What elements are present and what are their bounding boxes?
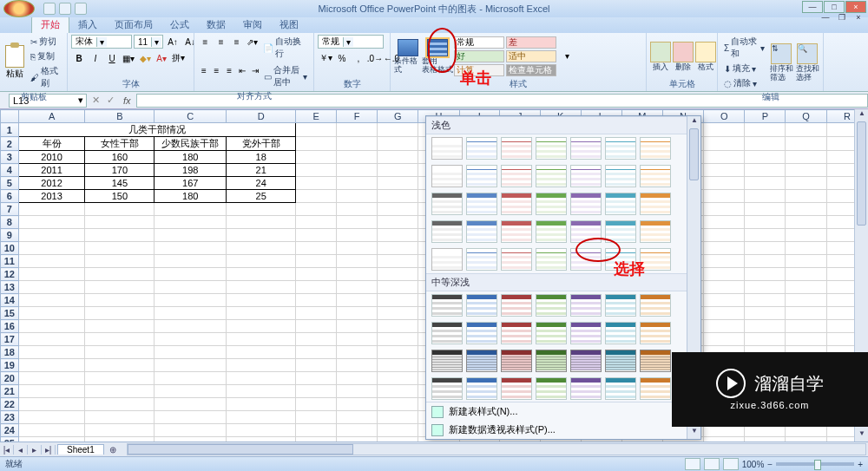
cell-Q10[interactable] bbox=[786, 242, 826, 255]
cell-O14[interactable] bbox=[704, 294, 745, 307]
row-header-21[interactable]: 21 bbox=[1, 385, 19, 398]
cell-O25[interactable] bbox=[704, 437, 745, 442]
cell-F7[interactable] bbox=[337, 203, 378, 216]
table-style-med-bk[interactable] bbox=[431, 377, 463, 400]
cell-B5[interactable]: 145 bbox=[85, 177, 155, 190]
cell-P9[interactable] bbox=[745, 229, 786, 242]
tab-formulas[interactable]: 公式 bbox=[161, 16, 198, 33]
cell-C12[interactable] bbox=[155, 268, 227, 281]
cell-P7[interactable] bbox=[745, 203, 786, 216]
comma-icon[interactable]: , bbox=[351, 51, 366, 65]
table-style-lgt-or[interactable] bbox=[640, 137, 671, 160]
qat-save-icon[interactable] bbox=[43, 3, 56, 15]
cell-P16[interactable] bbox=[745, 320, 786, 333]
row-header-23[interactable]: 23 bbox=[1, 411, 19, 424]
table-style-medg-pp[interactable] bbox=[570, 350, 602, 372]
cell-C2[interactable]: 少数民族干部 bbox=[155, 137, 227, 151]
style-calc[interactable]: 计算 bbox=[454, 64, 504, 76]
cell-A24[interactable] bbox=[18, 424, 85, 437]
table-style-lgt-bk[interactable] bbox=[431, 248, 463, 271]
cell-G6[interactable] bbox=[378, 190, 418, 203]
cell-B23[interactable] bbox=[85, 411, 155, 424]
close-button[interactable]: × bbox=[845, 1, 866, 13]
font-name-combo[interactable]: 宋体▾ bbox=[71, 35, 132, 49]
fx-enter-icon[interactable]: ✓ bbox=[103, 95, 118, 106]
cell-F22[interactable] bbox=[337, 398, 378, 411]
cell-O13[interactable] bbox=[704, 281, 745, 294]
fill-button[interactable]: ⬇ 填充▾ bbox=[721, 62, 767, 75]
cell-A21[interactable] bbox=[18, 385, 85, 398]
new-pivot-style-button[interactable]: 新建数据透视表样式(P)... bbox=[426, 421, 687, 439]
table-style-lgt-bl[interactable] bbox=[466, 248, 497, 271]
cell-Q13[interactable] bbox=[786, 281, 826, 294]
cell-E21[interactable] bbox=[296, 385, 337, 398]
table-style-lgt-or[interactable] bbox=[640, 248, 671, 271]
horizontal-scrollbar[interactable] bbox=[127, 443, 866, 455]
cell-D7[interactable] bbox=[227, 203, 296, 216]
row-header-14[interactable]: 14 bbox=[1, 294, 19, 307]
cell-styles-gallery[interactable]: 常规 差 好 适中 计算 检查单元格 bbox=[453, 36, 557, 77]
font-color-button[interactable]: A▾ bbox=[154, 51, 169, 65]
table-style-lgt2-cy[interactable] bbox=[605, 220, 636, 243]
cell-G8[interactable] bbox=[378, 216, 418, 229]
row-header-24[interactable]: 24 bbox=[1, 424, 19, 437]
cell-A19[interactable] bbox=[18, 359, 85, 372]
cell-P1[interactable] bbox=[745, 123, 786, 137]
cell-E9[interactable] bbox=[296, 229, 337, 242]
table-style-lgt2-bk[interactable] bbox=[431, 193, 463, 215]
cell-Q2[interactable] bbox=[786, 137, 826, 151]
cell-E17[interactable] bbox=[296, 333, 337, 346]
cell-P4[interactable] bbox=[745, 164, 786, 177]
cell-G19[interactable] bbox=[378, 359, 418, 372]
row-header-15[interactable]: 15 bbox=[1, 307, 19, 320]
cell-E14[interactable] bbox=[296, 294, 337, 307]
workbook-close[interactable]: × bbox=[851, 13, 866, 23]
styles-more-icon[interactable]: ▾ bbox=[559, 49, 575, 63]
cell-E7[interactable] bbox=[296, 203, 337, 216]
table-style-medg-gn[interactable] bbox=[536, 350, 567, 372]
cell-D24[interactable] bbox=[227, 424, 296, 437]
cell-F2[interactable] bbox=[337, 137, 378, 151]
cell-G23[interactable] bbox=[378, 411, 418, 424]
table-style-lgt2-pp[interactable] bbox=[570, 193, 602, 215]
cell-F25[interactable] bbox=[337, 437, 378, 442]
table-style-lgt-cy[interactable] bbox=[605, 137, 636, 160]
percent-icon[interactable]: % bbox=[334, 51, 350, 65]
col-header-C[interactable]: C bbox=[155, 110, 227, 123]
cell-B9[interactable] bbox=[85, 229, 155, 242]
cell-G3[interactable] bbox=[378, 151, 418, 164]
zoom-slider[interactable] bbox=[776, 462, 854, 466]
cell-O10[interactable] bbox=[704, 242, 745, 255]
cell-E16[interactable] bbox=[296, 320, 337, 333]
row-header-1[interactable]: 1 bbox=[1, 123, 19, 137]
table-style-med-gn[interactable] bbox=[536, 294, 567, 317]
cell-E23[interactable] bbox=[296, 411, 337, 424]
cell-P12[interactable] bbox=[745, 268, 786, 281]
table-style-lgt-gn[interactable] bbox=[536, 248, 567, 271]
cell-O4[interactable] bbox=[704, 164, 745, 177]
cell-D14[interactable] bbox=[227, 294, 296, 307]
cell-P3[interactable] bbox=[745, 151, 786, 164]
cell-D20[interactable] bbox=[227, 372, 296, 385]
row-header-10[interactable]: 10 bbox=[1, 242, 19, 255]
style-bad[interactable]: 差 bbox=[506, 36, 556, 49]
format-cells-button[interactable]: 格式 bbox=[695, 42, 716, 71]
cell-P14[interactable] bbox=[745, 294, 786, 307]
workbook-restore[interactable]: ❐ bbox=[834, 13, 850, 23]
cell-E2[interactable] bbox=[296, 137, 337, 151]
tab-layout[interactable]: 页面布局 bbox=[106, 16, 161, 33]
find-select-button[interactable]: 🔍查找和 选择 bbox=[795, 43, 819, 82]
row-header-11[interactable]: 11 bbox=[1, 255, 19, 268]
cell-C5[interactable]: 167 bbox=[155, 177, 227, 190]
cell-E18[interactable] bbox=[296, 346, 337, 359]
cell-E3[interactable] bbox=[296, 151, 337, 164]
table-style-lgt2-gn[interactable] bbox=[536, 220, 567, 243]
table-style-medg-cy[interactable] bbox=[605, 350, 636, 372]
format-painter-button[interactable]: 🖌 格式刷 bbox=[28, 64, 63, 90]
cell-C16[interactable] bbox=[155, 320, 227, 333]
table-style-lgt-pp[interactable] bbox=[570, 248, 602, 271]
row-header-7[interactable]: 7 bbox=[1, 203, 19, 216]
cell-F10[interactable] bbox=[337, 242, 378, 255]
cell-F12[interactable] bbox=[337, 268, 378, 281]
cell-P5[interactable] bbox=[745, 177, 786, 190]
